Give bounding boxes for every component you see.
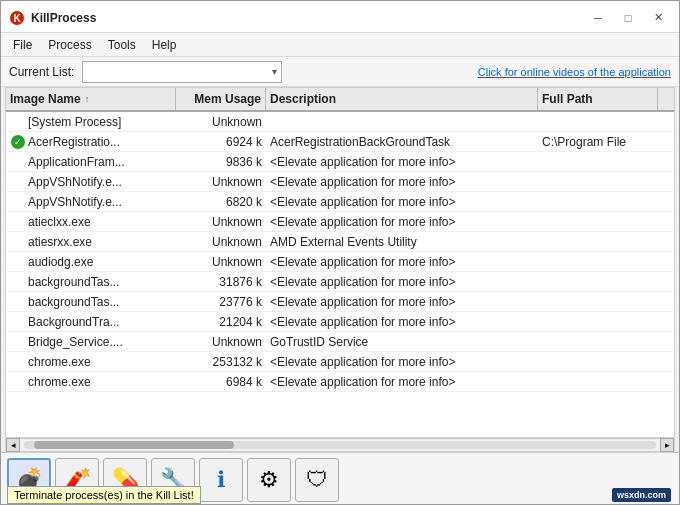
- scroll-left-button[interactable]: ◂: [6, 438, 20, 452]
- cell-description: <Elevate application for more info>: [266, 272, 538, 291]
- pill-button[interactable]: 💊: [103, 458, 147, 502]
- process-table: Image Name ↑ Mem Usage Description Full …: [5, 87, 675, 438]
- cell-full-path: [538, 212, 658, 231]
- app-icon: K: [9, 10, 25, 26]
- cell-mem-usage: 21204 k: [176, 312, 266, 331]
- close-button[interactable]: ✕: [645, 8, 671, 28]
- cell-description: <Elevate application for more info>: [266, 192, 538, 211]
- title-bar: K KillProcess ─ □ ✕: [1, 1, 679, 33]
- horizontal-scrollbar[interactable]: ◂ ▸: [5, 438, 675, 452]
- cell-full-path: [538, 232, 658, 251]
- cell-full-path: [538, 152, 658, 171]
- cell-mem-usage: Unknown: [176, 332, 266, 351]
- cell-full-path: [538, 252, 658, 271]
- cell-description: <Elevate application for more info>: [266, 252, 538, 271]
- menu-bar: File Process Tools Help: [1, 33, 679, 57]
- cell-image-name: AppVShNotify.e...: [6, 192, 176, 211]
- table-row[interactable]: BackgroundTra...21204 k<Elevate applicat…: [6, 312, 674, 332]
- table-header: Image Name ↑ Mem Usage Description Full …: [6, 88, 674, 112]
- cell-image-name: Bridge_Service....: [6, 332, 176, 351]
- cell-description: <Elevate application for more info>: [266, 152, 538, 171]
- toolbar: Current List: ▾ Click for online videos …: [1, 57, 679, 87]
- wsxdn-badge: wsxdn.com: [612, 488, 671, 502]
- chevron-down-icon: ▾: [272, 66, 277, 77]
- cell-mem-usage: 6924 k: [176, 132, 266, 151]
- scrollbar-thumb[interactable]: [34, 441, 234, 449]
- table-row[interactable]: AppVShNotify.e...6820 k<Elevate applicat…: [6, 192, 674, 212]
- table-row[interactable]: [System Process]Unknown: [6, 112, 674, 132]
- cell-mem-usage: 31876 k: [176, 272, 266, 291]
- info-button[interactable]: ℹ: [199, 458, 243, 502]
- cell-full-path: [538, 372, 658, 391]
- col-mem-usage[interactable]: Mem Usage: [176, 88, 266, 110]
- cell-description: <Elevate application for more info>: [266, 172, 538, 191]
- menu-file[interactable]: File: [5, 36, 40, 54]
- cell-image-name: ApplicationFram...: [6, 152, 176, 171]
- menu-process[interactable]: Process: [40, 36, 99, 54]
- gear-button[interactable]: ⚙: [247, 458, 291, 502]
- cell-image-name: atieclxx.exe: [6, 212, 176, 231]
- cell-image-name: chrome.exe: [6, 352, 176, 371]
- col-image-name[interactable]: Image Name ↑: [6, 88, 176, 110]
- explode-button[interactable]: 🧨: [55, 458, 99, 502]
- menu-tools[interactable]: Tools: [100, 36, 144, 54]
- window-controls: ─ □ ✕: [585, 8, 671, 28]
- cell-mem-usage: 253132 k: [176, 352, 266, 371]
- table-row[interactable]: Bridge_Service....UnknownGoTrustID Servi…: [6, 332, 674, 352]
- cell-image-name: [System Process]: [6, 112, 176, 131]
- app-title: KillProcess: [31, 11, 96, 25]
- col-scroll: [658, 88, 674, 110]
- cell-mem-usage: Unknown: [176, 112, 266, 131]
- table-row[interactable]: atiesrxx.exeUnknownAMD External Events U…: [6, 232, 674, 252]
- cell-full-path: [538, 172, 658, 191]
- cell-image-name: atiesrxx.exe: [6, 232, 176, 251]
- cell-full-path: [538, 112, 658, 131]
- table-row[interactable]: audiodg.exeUnknown<Elevate application f…: [6, 252, 674, 272]
- cell-image-name: backgroundTas...: [6, 292, 176, 311]
- svg-text:K: K: [13, 13, 21, 24]
- table-row[interactable]: chrome.exe6984 k<Elevate application for…: [6, 372, 674, 392]
- cell-full-path: [538, 312, 658, 331]
- terminate-kill-list-button[interactable]: 💣: [7, 458, 51, 502]
- scrollbar-track[interactable]: [24, 441, 656, 449]
- table-row[interactable]: chrome.exe253132 k<Elevate application f…: [6, 352, 674, 372]
- cell-full-path: [538, 292, 658, 311]
- settings-tool-button[interactable]: 🔧: [151, 458, 195, 502]
- cell-description: <Elevate application for more info>: [266, 212, 538, 231]
- sort-icon: ↑: [85, 94, 90, 104]
- maximize-button[interactable]: □: [615, 8, 641, 28]
- cell-full-path: [538, 192, 658, 211]
- table-row[interactable]: backgroundTas...31876 k<Elevate applicat…: [6, 272, 674, 292]
- col-full-path[interactable]: Full Path: [538, 88, 658, 110]
- menu-help[interactable]: Help: [144, 36, 185, 54]
- cell-full-path: [538, 352, 658, 371]
- table-body: [System Process]Unknown✓AcerRegistratio.…: [6, 112, 674, 431]
- cell-image-name: BackgroundTra...: [6, 312, 176, 331]
- scroll-right-button[interactable]: ▸: [660, 438, 674, 452]
- cell-full-path: [538, 272, 658, 291]
- table-row[interactable]: ✓AcerRegistratio...6924 kAcerRegistratio…: [6, 132, 674, 152]
- online-videos-link[interactable]: Click for online videos of the applicati…: [478, 66, 671, 78]
- cell-mem-usage: 6820 k: [176, 192, 266, 211]
- current-list-dropdown[interactable]: ▾: [82, 61, 282, 83]
- bottom-toolbar: 💣 🧨 💊 🔧 ℹ ⚙ 🛡 Terminate process(es) in t…: [1, 452, 679, 505]
- shield-button[interactable]: 🛡: [295, 458, 339, 502]
- cell-description: AMD External Events Utility: [266, 232, 538, 251]
- cell-mem-usage: 9836 k: [176, 152, 266, 171]
- cell-description: <Elevate application for more info>: [266, 372, 538, 391]
- minimize-button[interactable]: ─: [585, 8, 611, 28]
- cell-description: AcerRegistrationBackGroundTask: [266, 132, 538, 151]
- table-row[interactable]: AppVShNotify.e...Unknown<Elevate applica…: [6, 172, 674, 192]
- cell-full-path: C:\Program File: [538, 132, 658, 151]
- cell-image-name: chrome.exe: [6, 372, 176, 391]
- table-row[interactable]: atieclxx.exeUnknown<Elevate application …: [6, 212, 674, 232]
- cell-description: <Elevate application for more info>: [266, 352, 538, 371]
- cell-image-name: ✓AcerRegistratio...: [6, 132, 176, 151]
- cell-full-path: [538, 332, 658, 351]
- cell-description: GoTrustID Service: [266, 332, 538, 351]
- table-row[interactable]: ApplicationFram...9836 k<Elevate applica…: [6, 152, 674, 172]
- table-row[interactable]: backgroundTas...23776 k<Elevate applicat…: [6, 292, 674, 312]
- current-list-label: Current List:: [9, 65, 74, 79]
- cell-image-name: AppVShNotify.e...: [6, 172, 176, 191]
- col-description[interactable]: Description: [266, 88, 538, 110]
